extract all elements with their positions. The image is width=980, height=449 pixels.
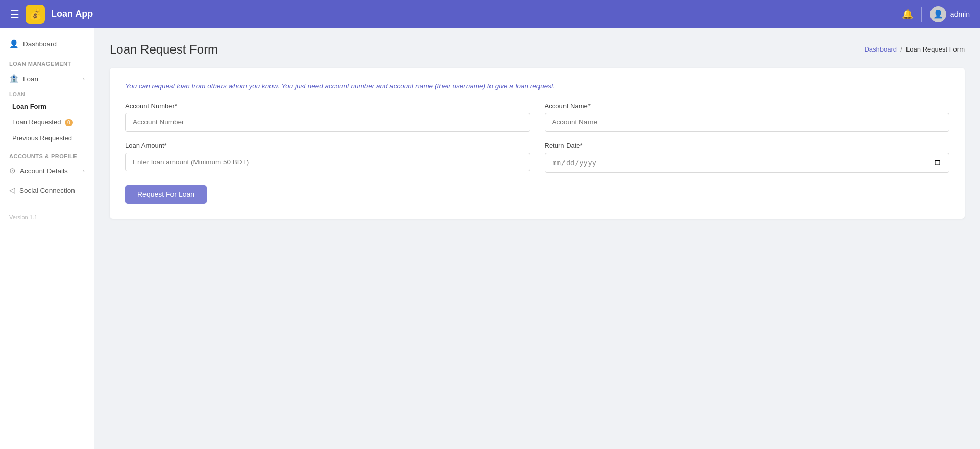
loan-form-label: Loan Form [12, 103, 46, 110]
loan-amount-label: Loan Amount* [125, 142, 530, 149]
navbar-right: 🔔 👤 admin [902, 6, 970, 22]
account-name-label: Account Name* [545, 102, 950, 110]
sidebar: 👤 Dashboard Loan Management 🏦 Loan › Loa… [0, 28, 94, 449]
page-header: Loan Request Form Dashboard / Loan Reque… [110, 42, 965, 57]
sidebar-item-dashboard[interactable]: 👤 Dashboard [0, 34, 94, 54]
loan-requested-label: Loan Requested [12, 118, 61, 126]
user-menu[interactable]: 👤 admin [930, 6, 970, 22]
form-actions: Request For Loan [125, 183, 949, 204]
breadcrumb: Dashboard / Loan Request Form [864, 45, 965, 53]
account-number-group: Account Number* [125, 102, 530, 132]
page-title: Loan Request Form [110, 42, 218, 57]
loan-requested-badge: 0 [65, 119, 73, 126]
account-details-label: Account Details [20, 167, 68, 175]
app-body: 👤 Dashboard Loan Management 🏦 Loan › Loa… [0, 28, 980, 449]
main-content: Loan Request Form Dashboard / Loan Reque… [94, 28, 980, 449]
chevron-right-icon: › [83, 76, 85, 82]
loan-icon: 🏦 [9, 74, 19, 83]
form-row-2: Loan Amount* Return Date* [125, 142, 949, 173]
breadcrumb-home[interactable]: Dashboard [864, 45, 897, 53]
sidebar-item-label: Dashboard [23, 40, 57, 48]
return-date-input[interactable] [545, 153, 950, 173]
social-connection-label: Social Connection [19, 187, 75, 194]
sidebar-sub-loan: Loan Loan Form Loan Requested 0 Previous… [0, 88, 94, 146]
navbar: ☰ 💰 Loan App 🔔 👤 admin [0, 0, 980, 28]
sidebar-version: Version 1.1 [0, 205, 94, 222]
app-title: Loan App [51, 9, 93, 19]
return-date-label: Return Date* [545, 142, 950, 149]
sidebar-loan-label: Loan [23, 75, 38, 83]
account-number-input[interactable] [125, 113, 530, 132]
account-number-label: Account Number* [125, 102, 530, 110]
loan-amount-group: Loan Amount* [125, 142, 530, 173]
logo-icon: 💰 [29, 8, 42, 20]
sidebar-item-loan[interactable]: 🏦 Loan › [0, 69, 94, 88]
form-row-1: Account Number* Account Name* [125, 102, 949, 132]
sidebar-item-loan-form[interactable]: Loan Form [0, 98, 94, 114]
previous-requested-label: Previous Requested [12, 134, 72, 142]
app-logo: 💰 [26, 5, 45, 24]
sidebar-item-account-details[interactable]: ⊙ Account Details › [0, 161, 94, 181]
sidebar-item-loan-requested[interactable]: Loan Requested 0 [0, 114, 94, 130]
return-date-group: Return Date* [545, 142, 950, 173]
account-name-group: Account Name* [545, 102, 950, 132]
avatar: 👤 [930, 6, 946, 22]
request-loan-button[interactable]: Request For Loan [125, 185, 207, 204]
social-connection-icon: ◁ [9, 186, 15, 195]
sidebar-item-social-connection[interactable]: ◁ Social Connection [0, 181, 94, 200]
section-label-loan-management: Loan Management [0, 54, 94, 69]
form-info-text: You can request loan from others whom yo… [125, 82, 949, 90]
dashboard-icon: 👤 [9, 39, 19, 48]
navbar-left: ☰ 💰 Loan App [10, 5, 93, 24]
navbar-divider [921, 7, 922, 22]
sub-section-label: Loan [0, 88, 94, 98]
loan-form-card: You can request loan from others whom yo… [110, 68, 965, 219]
bell-icon[interactable]: 🔔 [902, 9, 913, 20]
breadcrumb-current: Loan Request Form [906, 45, 965, 53]
user-name: admin [950, 10, 970, 18]
loan-amount-input[interactable] [125, 153, 530, 171]
chevron-right-icon-2: › [83, 168, 85, 174]
sidebar-item-previous-requested[interactable]: Previous Requested [0, 130, 94, 146]
section-label-accounts: Accounts & Profile [0, 146, 94, 161]
account-details-icon: ⊙ [9, 166, 16, 176]
hamburger-icon[interactable]: ☰ [10, 8, 19, 20]
account-name-input[interactable] [545, 113, 950, 132]
